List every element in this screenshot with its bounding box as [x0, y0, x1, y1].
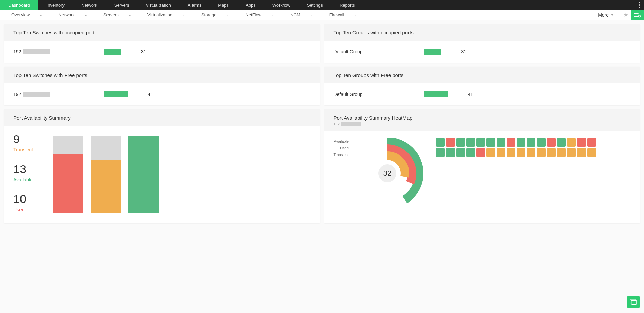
row-label: 192.	[13, 92, 91, 97]
panel-title: Top Ten Switches with occupied port	[4, 24, 320, 41]
heatmap-cell[interactable]	[577, 138, 586, 147]
heatmap-cell[interactable]	[547, 138, 556, 147]
gauge-total: 32	[378, 164, 396, 182]
panel-title: Port Availability Summary HeatMap	[334, 115, 413, 121]
panel-title: Top Ten Groups with occupied ports	[324, 24, 640, 41]
heatmap-cell[interactable]	[587, 138, 596, 147]
heatmap-cell[interactable]	[577, 148, 586, 157]
topnav-tab-servers[interactable]: Servers	[106, 0, 138, 10]
heatmap-cell[interactable]	[517, 138, 525, 147]
topnav-tab-inventory[interactable]: Inventory	[38, 0, 73, 10]
panel-groups-occupied: Top Ten Groups with occupied ports Defau…	[324, 24, 640, 63]
row-label: Default Group	[334, 49, 411, 54]
row-label: Default Group	[334, 92, 411, 97]
heatmap-cell[interactable]	[466, 148, 475, 157]
heatmap-cell[interactable]	[537, 148, 546, 157]
heatmap-cell[interactable]	[527, 148, 535, 157]
port-gauge: 32	[352, 138, 423, 209]
bar-row[interactable]: Default Group 31	[334, 49, 631, 55]
chevron-down-icon: ⌄	[354, 13, 357, 17]
topnav-tab-virtualization[interactable]: Virtualization	[138, 0, 179, 10]
chevron-down-icon: ⌄	[310, 13, 313, 17]
sub-nav: Overview⌄Network⌄Servers⌄Virtualization⌄…	[0, 10, 644, 20]
subnav-tab-virtualization[interactable]: Virtualization⌄	[139, 10, 193, 20]
heatmap-cell[interactable]	[446, 138, 455, 147]
heatmap-cell[interactable]	[567, 148, 576, 157]
topnav-tab-dashboard[interactable]: Dashboard	[0, 0, 38, 10]
svg-rect-0	[634, 13, 639, 14]
heatmap-grid	[436, 138, 596, 157]
heatmap-cell[interactable]	[497, 148, 505, 157]
dashboard-grid: Top Ten Switches with occupied port 192.…	[0, 20, 644, 230]
chevron-down-icon: ⌄	[129, 13, 131, 17]
panel-header: Port Availability Summary HeatMap 192.	[324, 109, 640, 131]
subnav-tab-network[interactable]: Network⌄	[50, 10, 95, 20]
redacted-ip	[23, 92, 50, 97]
subnav-tab-firewall[interactable]: Firewall⌄	[321, 10, 365, 20]
redacted-ip	[341, 122, 361, 126]
row-bar	[424, 49, 441, 55]
row-bar	[104, 49, 121, 55]
chevron-down-icon: ⌄	[226, 13, 229, 17]
kebab-menu-icon[interactable]	[635, 0, 644, 10]
bar-row[interactable]: Default Group 41	[334, 91, 631, 97]
heatmap-cell[interactable]	[507, 148, 515, 157]
gauge-legend: Available Used Transient	[334, 139, 349, 157]
panel-switches-free: Top Ten Switches with Free ports 192. 41	[4, 67, 320, 105]
heatmap-cell[interactable]	[527, 138, 535, 147]
panel-switches-occupied: Top Ten Switches with occupied port 192.…	[4, 24, 320, 63]
heatmap-cell[interactable]	[486, 138, 495, 147]
heatmap-cell[interactable]	[466, 138, 475, 147]
heatmap-cell[interactable]	[537, 138, 546, 147]
port-summary-bar-chart	[53, 136, 159, 213]
subnav-tab-servers[interactable]: Servers⌄	[95, 10, 139, 20]
topnav-tab-workflow[interactable]: Workflow	[264, 0, 299, 10]
heatmap-cell[interactable]	[456, 138, 465, 147]
subnav-more[interactable]: More ▼	[598, 12, 614, 18]
bar-row[interactable]: 192. 41	[13, 91, 311, 97]
subnav-tab-netflow[interactable]: NetFlow⌄	[237, 10, 282, 20]
heatmap-cell[interactable]	[486, 148, 495, 157]
heatmap-cell[interactable]	[557, 148, 566, 157]
heatmap-cell[interactable]	[517, 148, 525, 157]
heatmap-cell[interactable]	[446, 148, 455, 157]
heatmap-cell[interactable]	[557, 138, 566, 147]
subnav-tab-ncm[interactable]: NCM⌄	[282, 10, 321, 20]
heatmap-cell[interactable]	[436, 138, 445, 147]
row-label: 192.	[13, 49, 91, 54]
top-nav: DashboardInventoryNetworkServersVirtuali…	[0, 0, 644, 10]
chat-float-button[interactable]	[627, 296, 640, 308]
topnav-tab-alarms[interactable]: Alarms	[179, 0, 210, 10]
heatmap-cell[interactable]	[476, 148, 485, 157]
row-bar	[104, 91, 128, 97]
heatmap-cell[interactable]	[587, 148, 596, 157]
panel-groups-free: Top Ten Groups with Free ports Default G…	[324, 67, 640, 105]
panel-title: Port Availability Summary	[4, 109, 320, 126]
add-widget-button[interactable]	[631, 10, 644, 20]
topnav-tab-maps[interactable]: Maps	[210, 0, 237, 10]
stat-transient[interactable]: 9 Transient	[13, 133, 33, 152]
stat-available[interactable]: 13 Available	[13, 163, 33, 182]
subnav-tab-storage[interactable]: Storage⌄	[193, 10, 238, 20]
topnav-tab-apps[interactable]: Apps	[237, 0, 264, 10]
heatmap-cell[interactable]	[567, 138, 576, 147]
heatmap-cell[interactable]	[456, 148, 465, 157]
favorite-star-icon[interactable]: ★	[620, 11, 631, 18]
heatmap-cell[interactable]	[547, 148, 556, 157]
topnav-tab-settings[interactable]: Settings	[299, 0, 331, 10]
panel-port-summary: Port Availability Summary 9 Transient 13…	[4, 109, 320, 223]
bar-row[interactable]: 192. 31	[13, 49, 311, 55]
topnav-tab-network[interactable]: Network	[73, 0, 106, 10]
heatmap-cell[interactable]	[476, 138, 485, 147]
heatmap-cell[interactable]	[507, 138, 515, 147]
chevron-down-icon: ⌄	[182, 13, 185, 17]
stat-used[interactable]: 10 Used	[13, 192, 33, 212]
heatmap-cell[interactable]	[497, 138, 505, 147]
legend-used: Used	[334, 146, 349, 150]
heatmap-cell[interactable]	[436, 148, 445, 157]
topnav-tab-reports[interactable]: Reports	[331, 0, 363, 10]
svg-rect-9	[631, 301, 637, 305]
port-stats: 9 Transient 13 Available 10 Used	[13, 133, 33, 212]
subnav-tab-overview[interactable]: Overview⌄	[3, 10, 50, 20]
chevron-down-icon: ⌄	[85, 13, 87, 17]
